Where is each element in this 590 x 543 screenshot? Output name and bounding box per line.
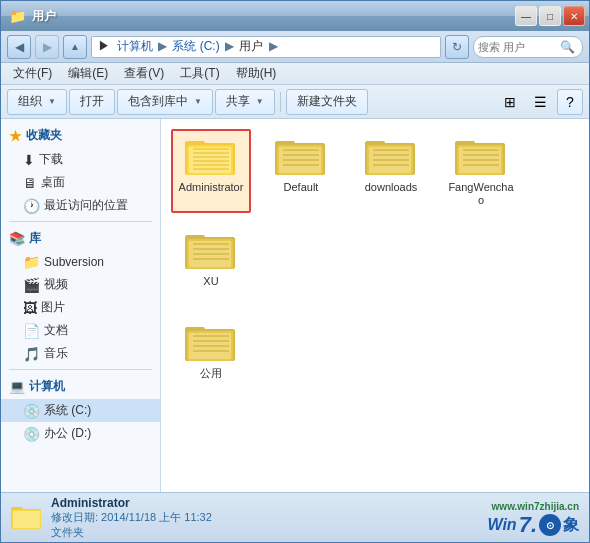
file-label-public: 公用: [200, 367, 222, 380]
sidebar-item-d-drive-label: 办公 (D:): [44, 425, 91, 442]
file-item-xu[interactable]: XU: [171, 223, 251, 294]
file-item-fangwenchao[interactable]: FangWenchao: [441, 129, 521, 213]
computer-section: 💻 计算机 💿 系统 (C:) 💿 办公 (D:): [1, 374, 160, 445]
main-area: ★ 收藏夹 ⬇ 下载 🖥 桌面 🕐 最近访问的位置: [1, 119, 589, 492]
sidebar-item-documents[interactable]: 📄 文档: [1, 319, 160, 342]
file-label-administrator: Administrator: [179, 181, 244, 194]
file-item-downloads[interactable]: downloads: [351, 129, 431, 213]
watermark-win: Win: [487, 516, 516, 534]
star-icon: ★: [9, 128, 22, 144]
menu-tools[interactable]: 工具(T): [172, 63, 227, 84]
search-box[interactable]: 🔍: [473, 36, 583, 58]
status-info: Administrator 修改日期: 2014/11/18 上午 11:32 …: [51, 496, 212, 540]
pictures-icon: 🖼: [23, 300, 37, 316]
sidebar-item-video[interactable]: 🎬 视频: [1, 273, 160, 296]
file-item-administrator[interactable]: Administrator: [171, 129, 251, 213]
address-bar[interactable]: ▶ 计算机 ▶ 系统 (C:) ▶ 用户 ▶: [91, 36, 441, 58]
recent-icon: 🕐: [23, 198, 40, 214]
refresh-button[interactable]: ↻: [445, 35, 469, 59]
menu-edit[interactable]: 编辑(E): [60, 63, 116, 84]
new-folder-button[interactable]: 新建文件夹: [286, 89, 368, 115]
open-button[interactable]: 打开: [69, 89, 115, 115]
documents-icon: 📄: [23, 323, 40, 339]
desktop-icon: 🖥: [23, 175, 37, 191]
file-item-default[interactable]: Default: [261, 129, 341, 213]
folder-icon-downloads: [365, 135, 417, 179]
help-button[interactable]: ?: [557, 89, 583, 115]
status-type: 文件夹: [51, 525, 212, 540]
menu-view[interactable]: 查看(V): [116, 63, 172, 84]
sidebar-item-documents-label: 文档: [44, 322, 68, 339]
folder-icon-public: [185, 321, 237, 365]
maximize-button[interactable]: □: [539, 6, 561, 26]
title-bar-left: 📁 用户: [9, 8, 56, 25]
file-label-fangwenchao: FangWenchao: [447, 181, 515, 207]
status-bar: Administrator 修改日期: 2014/11/18 上午 11:32 …: [1, 492, 589, 542]
sidebar-item-recent-label: 最近访问的位置: [44, 197, 128, 214]
svg-rect-53: [13, 511, 40, 528]
sidebar-item-recent[interactable]: 🕐 最近访问的位置: [1, 194, 160, 217]
folder-icon-administrator: [185, 135, 237, 179]
favorites-header[interactable]: ★ 收藏夹: [1, 123, 160, 148]
watermark-circle: ⊙: [539, 514, 561, 536]
sidebar-divider-2: [9, 369, 152, 370]
sidebar-item-d-drive[interactable]: 💿 办公 (D:): [1, 422, 160, 445]
sidebar-item-c-drive[interactable]: 💿 系统 (C:): [1, 399, 160, 422]
sidebar-item-desktop-label: 桌面: [41, 174, 65, 191]
close-button[interactable]: ✕: [563, 6, 585, 26]
download-icon: ⬇: [23, 152, 35, 168]
toolbar-right: ⊞ ☰ ?: [497, 89, 583, 115]
c-drive-icon: 💿: [23, 403, 40, 419]
sidebar-item-c-drive-label: 系统 (C:): [44, 402, 91, 419]
title-bar: 📁 用户 — □ ✕: [1, 1, 589, 31]
sidebar-item-download-label: 下载: [39, 151, 63, 168]
breadcrumb: ▶ 计算机 ▶ 系统 (C:) ▶ 用户 ▶: [98, 38, 280, 55]
sidebar-item-music[interactable]: 🎵 音乐: [1, 342, 160, 365]
menu-help[interactable]: 帮助(H): [228, 63, 285, 84]
view-toggle-button[interactable]: ⊞: [497, 89, 523, 115]
window-title: 用户: [32, 8, 56, 25]
subversion-icon: 📁: [23, 254, 40, 270]
sidebar-item-desktop[interactable]: 🖥 桌面: [1, 171, 160, 194]
up-button[interactable]: ▲: [63, 35, 87, 59]
library-section: 📚 库 📁 Subversion 🎬 视频 🖼 图片 📄 文档: [1, 226, 160, 365]
sidebar-item-download[interactable]: ⬇ 下载: [1, 148, 160, 171]
minimize-button[interactable]: —: [515, 6, 537, 26]
music-icon: 🎵: [23, 346, 40, 362]
search-icon: 🔍: [560, 40, 575, 54]
sidebar: ★ 收藏夹 ⬇ 下载 🖥 桌面 🕐 最近访问的位置: [1, 119, 161, 492]
library-header[interactable]: 📚 库: [1, 226, 160, 251]
sidebar-item-video-label: 视频: [44, 276, 68, 293]
include-lib-button[interactable]: 包含到库中: [117, 89, 213, 115]
file-label-xu: XU: [203, 275, 218, 288]
title-bar-buttons: — □ ✕: [515, 6, 585, 26]
sidebar-item-subversion-label: Subversion: [44, 255, 104, 269]
search-input[interactable]: [478, 41, 558, 53]
menu-file[interactable]: 文件(F): [5, 63, 60, 84]
file-label-default: Default: [284, 181, 319, 194]
status-folder-icon: [11, 504, 43, 532]
toolbar: 组织 打开 包含到库中 共享 新建文件夹 ⊞ ☰ ?: [1, 85, 589, 119]
video-icon: 🎬: [23, 277, 40, 293]
d-drive-icon: 💿: [23, 426, 40, 442]
file-area: Administrator: [161, 119, 589, 492]
sidebar-item-pictures-label: 图片: [41, 299, 65, 316]
watermark-num: 7.: [519, 512, 537, 538]
organize-button[interactable]: 组织: [7, 89, 67, 115]
window: 📁 用户 — □ ✕ ◀ ▶ ▲ ▶ 计算机 ▶ 系统 (C:) ▶ 用户 ▶ …: [0, 0, 590, 543]
view-list-button[interactable]: ☰: [527, 89, 553, 115]
file-item-public[interactable]: 公用: [171, 315, 251, 386]
computer-header[interactable]: 💻 计算机: [1, 374, 160, 399]
favorites-section: ★ 收藏夹 ⬇ 下载 🖥 桌面 🕐 最近访问的位置: [1, 123, 160, 217]
watermark-url: www.win7zhijia.cn: [492, 501, 579, 512]
library-label: 库: [29, 230, 41, 247]
file-label-downloads: downloads: [365, 181, 418, 194]
sidebar-item-subversion[interactable]: 📁 Subversion: [1, 251, 160, 273]
share-button[interactable]: 共享: [215, 89, 275, 115]
back-button[interactable]: ◀: [7, 35, 31, 59]
window-icon: 📁: [9, 8, 26, 24]
status-name: Administrator: [51, 496, 212, 510]
forward-button[interactable]: ▶: [35, 35, 59, 59]
computer-label: 计算机: [29, 378, 65, 395]
sidebar-item-pictures[interactable]: 🖼 图片: [1, 296, 160, 319]
